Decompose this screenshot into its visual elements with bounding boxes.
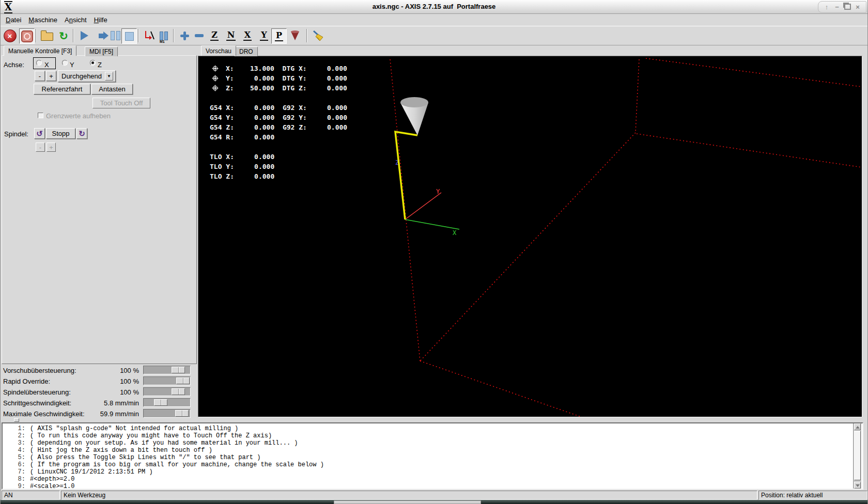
dro-text: TLO X: 0.000 <box>210 152 274 162</box>
slider-track[interactable] <box>143 387 191 396</box>
gcode-line: 6: ( If the program is too big or small … <box>3 461 862 468</box>
jog-plus-button[interactable]: + <box>46 71 56 81</box>
dro-line: TLO Z: 0.000 <box>210 171 347 181</box>
slider-track[interactable] <box>143 366 191 374</box>
view-p-icon: P <box>275 32 283 41</box>
slider-value: 100 % <box>120 377 139 385</box>
slider-value: 100 % <box>120 388 139 396</box>
slider-thumb[interactable] <box>154 399 167 406</box>
slider-thumb[interactable] <box>175 410 189 417</box>
spindle-cw-button[interactable]: ↻ <box>76 128 87 139</box>
gcode-line-text: ( To run this code anyway you might have… <box>30 432 272 439</box>
slider-track[interactable] <box>143 376 191 385</box>
jog-mode-dropdown[interactable]: Durchgehend ▼ <box>58 70 116 82</box>
toolbar-separator <box>36 29 37 42</box>
view-perspective-button[interactable]: P <box>271 28 287 44</box>
tab-dro[interactable]: DRO <box>235 46 258 56</box>
position-mode-status: Position: relativ aktuell <box>758 491 867 500</box>
toggle-skip-lines-button[interactable] <box>142 28 157 43</box>
scrollbar-thumb[interactable] <box>854 431 861 480</box>
reload-button[interactable]: ↻ <box>56 28 71 43</box>
home-axis-button[interactable]: Referenzfahrt <box>34 84 90 94</box>
view-z2-button[interactable]: N <box>224 28 238 43</box>
gcode-lines: 1: ( AXIS "splash g-code" Not intended f… <box>3 423 862 490</box>
minus-icon <box>195 34 204 37</box>
titlebar[interactable]: X axis.ngc - AXIS 2.7.15 auf Portalfraes… <box>1 0 867 14</box>
pause-button[interactable] <box>108 28 122 43</box>
slider-label: Schrittgeschwindigkeit: <box>3 399 71 407</box>
clear-plot-button[interactable] <box>311 28 325 43</box>
dro-line <box>210 93 347 103</box>
stop-icon <box>125 32 134 41</box>
estop-button[interactable]: × <box>3 28 17 43</box>
close-button[interactable]: × <box>853 3 863 11</box>
gcode-listing[interactable]: 1: ( AXIS "splash g-code" Not intended f… <box>2 422 863 490</box>
slider-row: Schrittgeschwindigkeit: 5.8 mm/min <box>1 398 197 408</box>
machine-power-button[interactable] <box>19 28 35 44</box>
gcode-line-text: #<scale>=1.0 <box>30 483 74 490</box>
shade-button[interactable]: ↑ <box>822 3 832 11</box>
radio-axis-x[interactable] <box>36 60 42 66</box>
spindle-ccw-button[interactable]: ↺ <box>34 128 45 139</box>
dro-text: G54 R: 0.000 <box>210 132 274 142</box>
slider-track[interactable] <box>143 398 191 407</box>
preview-canvas[interactable]: Y X Z <box>198 56 862 417</box>
dro-text: TLO Z: 0.000 <box>210 171 274 181</box>
view-z-button[interactable]: Z <box>207 28 222 43</box>
minimize-button[interactable]: − <box>832 3 842 11</box>
open-file-button[interactable] <box>40 28 54 43</box>
radio-axis-z[interactable] <box>90 60 96 66</box>
zoom-in-button[interactable] <box>177 28 192 43</box>
tab-preview[interactable]: Vorschau <box>201 45 236 56</box>
gcode-line: 9: #<scale>=1.0 <box>3 483 862 490</box>
gcode-line-number: 3: <box>3 439 25 447</box>
tool-cone <box>400 97 428 135</box>
toolbar: × ↻ M1 Z N X Y P <box>1 26 867 45</box>
optional-stop-button[interactable]: M1 <box>157 28 171 43</box>
slider-track[interactable] <box>143 409 191 418</box>
dro-line: Y: 0.000 DTG Y: 0.000 <box>210 73 347 83</box>
step-button[interactable] <box>94 28 108 43</box>
dro-text: Z: 50.000 DTG Z: 0.000 <box>226 83 347 93</box>
slider-thumb[interactable] <box>172 388 185 395</box>
window-title: axis.ngc - AXIS 2.7.15 auf Portalfraese <box>1 3 867 10</box>
gcode-line-number: 8: <box>3 476 25 483</box>
dro-line: G54 X: 0.000 G92 X: 0.000 <box>210 103 347 113</box>
override-limits-checkbox <box>38 113 43 118</box>
gcode-scrollbar[interactable] <box>853 423 861 489</box>
menu-item[interactable]: Ansicht <box>61 15 90 25</box>
spindle-stop-button[interactable]: Stopp <box>46 128 75 139</box>
view-x-button[interactable]: X <box>240 28 255 43</box>
gcode-line-number: 6: <box>3 461 25 468</box>
view-y-button[interactable]: Y <box>257 28 271 43</box>
scroll-down-arrow[interactable] <box>854 482 861 489</box>
axis-window: X axis.ngc - AXIS 2.7.15 auf Portalfraes… <box>0 0 868 504</box>
slider-thumb[interactable] <box>176 377 190 384</box>
zoom-out-button[interactable] <box>192 28 206 43</box>
dro-text: G54 Y: 0.000 G92 Y: 0.000 <box>210 113 347 122</box>
tab-manual-control[interactable]: Manuelle Kontrolle [F3] <box>4 45 76 56</box>
maximize-button[interactable] <box>842 3 853 11</box>
rotate-button[interactable] <box>288 28 302 43</box>
manual-control-panel: Achse: X Y Z - + Durchgehend ▼ Referenzf… <box>2 55 197 364</box>
run-button[interactable] <box>77 28 91 43</box>
slider-thumb[interactable] <box>172 367 185 373</box>
menu-item[interactable]: Datei <box>2 15 25 25</box>
stop-button[interactable] <box>121 28 137 44</box>
dro-text: TLO Y: 0.000 <box>210 162 274 171</box>
touch-off-button[interactable]: Antasten <box>91 84 133 94</box>
jog-mode-value: Durchgehend <box>61 72 102 80</box>
menu-item[interactable]: Maschine <box>25 15 61 25</box>
spindle-ccw-icon: ↺ <box>36 130 43 137</box>
reload-icon: ↻ <box>59 30 68 41</box>
tab-mdi[interactable]: MDI [F5] <box>85 46 118 56</box>
menu-item[interactable]: Hilfe <box>90 15 111 25</box>
jog-minus-button[interactable]: - <box>35 71 45 81</box>
statusbar: AN Kein Werkzeug Position: relativ aktue… <box>1 491 868 500</box>
window-controls: ↑ − × <box>818 1 866 13</box>
sash-grip[interactable] <box>14 418 19 422</box>
homed-icon <box>210 83 226 93</box>
radio-axis-y[interactable] <box>62 60 68 66</box>
scroll-up-arrow[interactable] <box>854 423 861 430</box>
view-z2-icon: N <box>226 31 236 41</box>
